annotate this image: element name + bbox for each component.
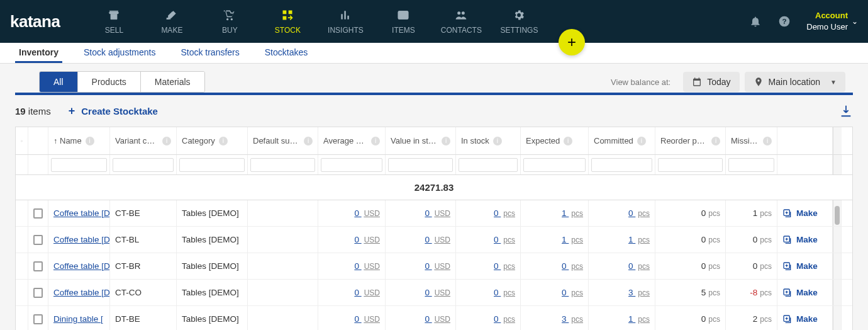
make-button[interactable]: Make [782,235,818,245]
subtab-stocktakes[interactable]: Stocktakes [261,43,311,63]
brand-logo[interactable]: katana [10,12,60,31]
filter-missing[interactable] [728,158,774,172]
cell[interactable]: 0 pcs [456,227,521,253]
col-average-cost[interactable]: Average costi [318,127,386,154]
row-checkbox[interactable] [33,314,43,324]
col-value-in-stock[interactable]: Value in sto…i [386,127,456,154]
item-name-link[interactable]: Coffee table [D [48,227,110,253]
cell[interactable]: 0 pcs [521,253,589,279]
col-variant-code[interactable]: Variant cod…i [110,127,177,154]
nav-buy[interactable]: BUY [201,0,259,43]
col-default-supplier[interactable]: Default supp…i [248,127,318,154]
notifications-icon[interactable] [748,14,762,28]
make-button[interactable]: Make [782,288,818,298]
cell[interactable]: 1 pcs [521,200,589,226]
filter-category[interactable] [179,158,245,172]
info-icon[interactable]: i [711,137,720,145]
scrollbar[interactable] [833,127,842,154]
cell[interactable]: 0 USD [386,200,456,226]
info-icon[interactable]: i [493,137,502,145]
download-icon[interactable] [839,104,853,118]
col-name[interactable]: ↑Namei [48,127,110,154]
scrollbar-thumb[interactable] [835,206,840,225]
col-missing[interactable]: Missin…i [726,127,777,154]
cell[interactable]: 0 USD [318,306,386,330]
create-stocktake-button[interactable]: + Create Stocktake [69,105,158,118]
cell[interactable]: 0 pcs [456,280,521,305]
col-reorder-point[interactable]: Reorder pointi [655,127,726,154]
row-checkbox[interactable] [33,261,43,271]
item-name-link[interactable]: Coffee table [D [48,280,110,305]
cell[interactable]: 1 pcs [521,227,589,253]
filter-expected[interactable] [523,158,586,172]
cell[interactable]: 0 USD [318,280,386,305]
filter-avg[interactable] [321,158,382,172]
col-committed[interactable]: Committedi [589,127,655,154]
cell[interactable]: 1 pcs [589,227,655,253]
cell[interactable]: 0 USD [386,306,456,330]
info-icon[interactable]: i [564,137,572,145]
info-icon[interactable]: i [371,137,380,145]
filter-variant[interactable] [113,158,174,172]
subtab-stock-adjustments[interactable]: Stock adjustments [80,43,159,63]
filter-instock[interactable] [459,158,518,172]
make-button[interactable]: Make [782,314,818,324]
nav-settings[interactable]: SETTINGS [490,0,548,43]
info-icon[interactable]: i [162,137,171,145]
filter-supplier[interactable] [250,158,315,172]
info-icon[interactable]: i [86,137,94,145]
subtab-stock-transfers[interactable]: Stock transfers [177,43,243,63]
make-button[interactable]: Make [782,208,818,219]
cell[interactable]: 0 USD [318,200,386,226]
help-icon[interactable]: ? [777,14,791,28]
cell[interactable]: 0 pcs [456,253,521,279]
info-icon[interactable]: i [304,137,313,145]
cell[interactable]: 0 pcs [456,200,521,226]
viewtab-products[interactable]: Products [78,72,141,92]
cell[interactable]: 0 USD [386,280,456,305]
make-button[interactable]: Make [782,261,818,271]
filter-reorder[interactable] [658,158,723,172]
col-in-stock[interactable]: In stocki [456,127,521,154]
cell[interactable]: 0 USD [318,253,386,279]
nav-contacts[interactable]: CONTACTS [432,0,490,43]
item-name-link[interactable]: Coffee table [D [48,253,110,279]
col-category[interactable]: Categoryi [177,127,248,154]
date-chip[interactable]: Today [683,72,739,92]
nav-insights[interactable]: INSIGHTS [316,0,374,43]
row-checkbox[interactable] [33,235,43,245]
info-icon[interactable]: i [637,137,646,145]
cell[interactable]: 0 USD [318,227,386,253]
col-expected[interactable]: Expectedi [521,127,589,154]
subtab-inventory[interactable]: Inventory [15,43,62,63]
nav-make[interactable]: MAKE [143,0,201,43]
nav-sell[interactable]: SELL [85,0,143,43]
nav-stock[interactable]: STOCK [259,0,316,43]
row-checkbox[interactable] [33,288,43,298]
info-icon[interactable]: i [763,137,772,145]
cell[interactable]: 0 pcs [589,253,655,279]
account-menu[interactable]: Account Demo User [806,10,848,32]
fab-add-button[interactable]: + [559,29,585,55]
cell[interactable]: 0 pcs [521,280,589,305]
chevron-down-icon[interactable]: ⌄ [852,17,858,26]
viewtab-all[interactable]: All [40,72,78,92]
cell[interactable]: 3 pcs [589,280,655,305]
location-chip[interactable]: Main location ▼ [745,72,845,92]
cell[interactable]: 0 USD [386,253,456,279]
nav-items[interactable]: ITEMS [374,0,432,43]
cell[interactable]: 1 pcs [589,306,655,330]
item-name-link[interactable]: Dining table [ [48,306,110,330]
item-name-link[interactable]: Coffee table [D [48,200,110,226]
info-icon[interactable]: i [219,137,228,145]
cell[interactable]: 3 pcs [521,306,589,330]
row-checkbox[interactable] [33,208,43,219]
cell[interactable]: 0 USD [386,227,456,253]
cell[interactable]: 0 pcs [456,306,521,330]
info-icon[interactable]: i [442,137,450,145]
filter-committed[interactable] [591,158,652,172]
cell[interactable]: 0 pcs [589,200,655,226]
filter-name[interactable] [51,158,107,172]
filter-valstock[interactable] [388,158,453,172]
viewtab-materials[interactable]: Materials [141,72,204,92]
